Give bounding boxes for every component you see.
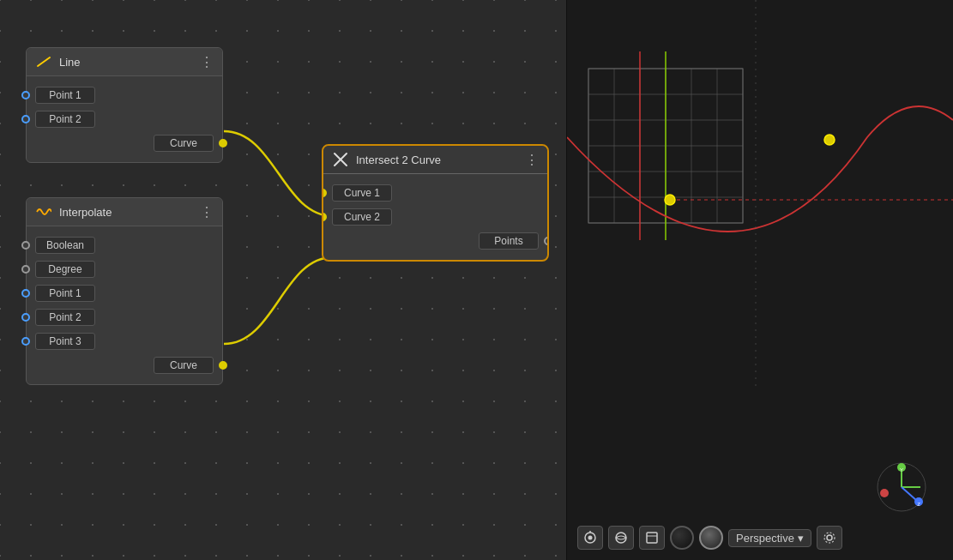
socket-interp-pt3-in[interactable] xyxy=(21,337,30,346)
node-intersect-body: Curve 1 Curve 2 Points xyxy=(323,174,547,260)
svg-point-23 xyxy=(824,135,835,145)
socket-interp-pt1-in[interactable] xyxy=(21,289,30,298)
node-interp-output-curve: Curve xyxy=(27,353,222,377)
node-interpolate-header: Interpolate ⋮ xyxy=(27,198,222,226)
node-line-point1-label: Point 1 xyxy=(35,87,95,104)
node-line-input-point2: Point 2 xyxy=(27,107,222,131)
node-intersect-menu[interactable]: ⋮ xyxy=(525,152,539,168)
node-intersect-input-curve1: Curve 1 xyxy=(323,181,547,205)
socket-interp-pt2-in[interactable] xyxy=(21,313,30,322)
node-line-header: Line ⋮ xyxy=(27,48,222,76)
node-intersect-curve1-label: Curve 1 xyxy=(332,184,392,202)
expand-btn[interactable] xyxy=(639,526,665,550)
svg-rect-38 xyxy=(647,533,657,543)
perspective-dropdown-arrow: ▾ xyxy=(798,532,804,545)
svg-point-41 xyxy=(824,533,835,543)
shader-btn[interactable] xyxy=(670,526,694,550)
svg-point-37 xyxy=(616,533,626,543)
node-editor: Line ⋮ Point 1 Point 2 Curve xyxy=(0,0,566,560)
node-line-title: Line xyxy=(59,56,193,69)
node-line-point2-label: Point 2 xyxy=(35,111,95,128)
intersect-icon xyxy=(332,151,349,168)
socket-interp-curve-out[interactable] xyxy=(219,361,227,370)
socket-curve2-in[interactable] xyxy=(322,213,327,221)
socket-points-out[interactable] xyxy=(544,237,549,245)
node-interp-pt1-label: Point 1 xyxy=(35,285,95,302)
node-interpolate-menu[interactable]: ⋮ xyxy=(200,204,214,220)
perspective-dropdown[interactable]: Perspective ▾ xyxy=(728,529,811,547)
node-intersect-input-curve2: Curve 2 xyxy=(323,205,547,229)
camera-btn[interactable] xyxy=(577,526,603,550)
perspective-label: Perspective xyxy=(736,532,794,545)
svg-point-33 xyxy=(880,489,889,497)
node-interp-curve-label: Curve xyxy=(154,357,214,374)
socket-curve1-in[interactable] xyxy=(322,189,327,197)
node-interpolate-title: Interpolate xyxy=(59,206,193,219)
node-interp-pt2-label: Point 2 xyxy=(35,309,95,326)
node-line: Line ⋮ Point 1 Point 2 Curve xyxy=(26,47,223,163)
node-interp-degree-label: Degree xyxy=(35,261,95,278)
node-interp-input-pt3: Point 3 xyxy=(27,329,222,353)
svg-point-35 xyxy=(588,536,593,540)
material-btn[interactable] xyxy=(699,526,723,550)
node-intersect-title: Intersect 2 Curve xyxy=(356,154,518,166)
svg-line-0 xyxy=(38,57,50,66)
node-interp-bool-label: Boolean xyxy=(35,237,95,254)
node-line-input-point1: Point 1 xyxy=(27,83,222,107)
interpolate-icon xyxy=(35,203,52,220)
orbit-btn[interactable] xyxy=(608,526,634,550)
node-line-curve-label: Curve xyxy=(154,135,214,152)
svg-text:Z: Z xyxy=(917,502,920,507)
socket-degree-in[interactable] xyxy=(21,265,30,274)
node-line-menu[interactable]: ⋮ xyxy=(200,54,214,70)
node-interpolate: Interpolate ⋮ Boolean Degree Point 1 Poi… xyxy=(26,197,223,385)
viewport-toolbar: Perspective ▾ xyxy=(567,526,953,550)
node-intersect: Intersect 2 Curve ⋮ Curve 1 Curve 2 Poin… xyxy=(322,144,549,262)
node-line-body: Point 1 Point 2 Curve xyxy=(27,76,222,162)
settings-btn[interactable] xyxy=(817,526,842,550)
node-line-output-curve: Curve xyxy=(27,131,222,155)
socket-point1-in[interactable] xyxy=(21,91,30,99)
svg-point-22 xyxy=(665,195,675,205)
svg-point-40 xyxy=(827,535,832,540)
socket-bool-in[interactable] xyxy=(21,241,30,250)
svg-text:Y: Y xyxy=(900,467,903,473)
node-interp-input-degree: Degree xyxy=(27,257,222,281)
node-interp-input-pt1: Point 1 xyxy=(27,281,222,305)
socket-line-curve-out[interactable] xyxy=(219,139,227,148)
line-icon xyxy=(35,53,52,70)
node-intersect-points-label: Points xyxy=(479,232,539,250)
node-intersect-header: Intersect 2 Curve ⋮ xyxy=(323,146,547,174)
socket-point2-in[interactable] xyxy=(21,115,30,123)
node-intersect-output-points: Points xyxy=(323,229,547,253)
gizmo[interactable]: Y Z xyxy=(876,461,927,513)
node-intersect-curve2-label: Curve 2 xyxy=(332,208,392,226)
viewport-panel: Y Z xyxy=(566,0,953,560)
node-interpolate-body: Boolean Degree Point 1 Point 2 Point 3 C… xyxy=(27,226,222,384)
node-interp-input-pt2: Point 2 xyxy=(27,305,222,329)
node-interp-input-bool: Boolean xyxy=(27,233,222,257)
svg-line-30 xyxy=(902,487,917,501)
node-interp-pt3-label: Point 3 xyxy=(35,333,95,350)
